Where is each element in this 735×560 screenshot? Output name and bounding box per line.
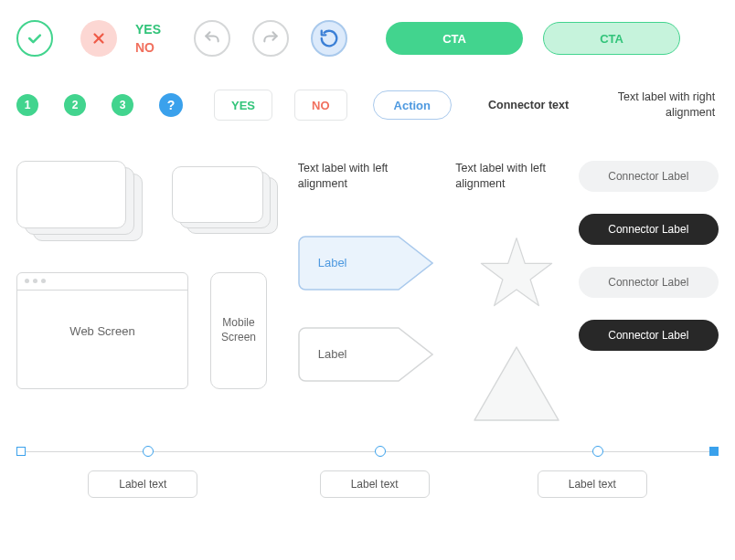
card-front (172, 166, 263, 223)
column-shapes: Text label with left alignment (455, 161, 578, 424)
undo-icon (203, 29, 221, 48)
connector-label-light-2[interactable]: Connector Label (579, 267, 719, 298)
timeline-label-2[interactable]: Label text (320, 470, 430, 498)
timeline-node-2[interactable] (375, 446, 386, 457)
triangle-icon (471, 343, 562, 424)
toolbar-row-2: 1 2 3 ? YES NO Action Connector text Tex… (16, 90, 719, 121)
left-aligned-label-1: Text label with left alignment (298, 161, 417, 192)
question-icon: ? (167, 98, 176, 112)
tag-blue-label: Label (318, 256, 347, 269)
card-stack-large[interactable] (16, 161, 143, 241)
timeline-label-1[interactable]: Label text (88, 470, 197, 498)
card-stack-small[interactable] (168, 161, 278, 234)
refresh-button[interactable] (311, 20, 347, 57)
tag-shape-blue[interactable]: Label (298, 236, 433, 291)
redo-button[interactable] (252, 20, 289, 57)
connector-label-dark-1[interactable]: Connector Label (579, 214, 719, 245)
timeline-node-3[interactable] (592, 446, 603, 457)
star-shape[interactable] (455, 236, 578, 309)
yes-chip[interactable]: YES (214, 90, 272, 121)
column-tags: Text label with left alignment Label Lab… (298, 161, 456, 424)
help-button[interactable]: ? (159, 93, 183, 117)
cta-solid-button[interactable]: CTA (386, 22, 523, 55)
main-canvas: Web Screen Mobile Screen Text label with… (16, 161, 719, 424)
timeline: Label text Label text Label text (16, 451, 719, 501)
card-front (16, 161, 126, 228)
column-screens: Web Screen Mobile Screen (16, 161, 280, 424)
close-icon (91, 30, 107, 47)
action-pill[interactable]: Action (373, 90, 452, 120)
cta-outline-label: CTA (600, 32, 623, 46)
no-label: NO (135, 40, 161, 55)
timeline-node-1[interactable] (143, 446, 154, 457)
redo-icon (261, 29, 280, 48)
timeline-end-handle[interactable] (709, 447, 719, 456)
no-chip[interactable]: NO (294, 90, 347, 121)
confirm-button[interactable] (16, 20, 53, 57)
web-screen-shape[interactable]: Web Screen (16, 272, 188, 389)
step-1[interactable]: 1 (16, 94, 38, 116)
mobile-screen-label: Mobile Screen (217, 316, 261, 344)
undo-button[interactable] (194, 20, 230, 57)
step-2[interactable]: 2 (64, 94, 86, 116)
star-icon (478, 236, 555, 309)
timeline-start-handle[interactable] (16, 447, 26, 456)
toolbar-row-1: YES NO CTA CTA (16, 20, 719, 57)
triangle-shape[interactable] (455, 343, 578, 424)
timeline-label-3[interactable]: Label text (538, 470, 647, 498)
connector-label-light-1[interactable]: Connector Label (579, 161, 719, 192)
cta-outline-button[interactable]: CTA (543, 22, 680, 55)
mobile-screen-shape[interactable]: Mobile Screen (210, 272, 267, 389)
cta-solid-label: CTA (442, 32, 466, 46)
check-icon (26, 29, 44, 48)
connector-text: Connector text (488, 99, 569, 111)
refresh-icon (319, 28, 339, 48)
right-aligned-label: Text label with right alignment (596, 90, 715, 121)
step-3[interactable]: 3 (112, 94, 133, 116)
tag-grey-label: Label (318, 347, 347, 361)
yes-no-text: YES NO (135, 22, 161, 55)
column-connector-labels: Connector Label Connector Label Connecto… (579, 161, 719, 424)
left-aligned-label-2: Text label with left alignment (455, 161, 574, 192)
tag-shape-grey[interactable]: Label (298, 327, 433, 382)
cancel-button[interactable] (80, 20, 117, 57)
yes-label: YES (135, 22, 161, 37)
connector-label-dark-2[interactable]: Connector Label (579, 320, 719, 351)
web-screen-label: Web Screen (69, 324, 134, 338)
timeline-bar (16, 451, 719, 453)
